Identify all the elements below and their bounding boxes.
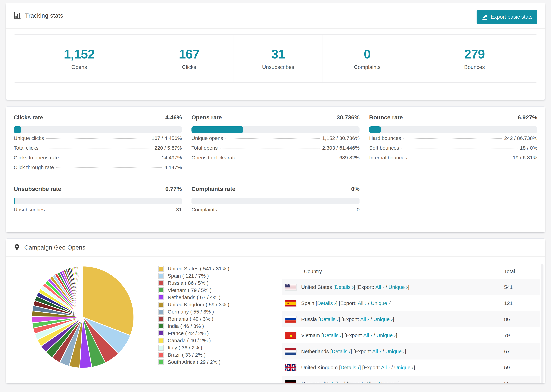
flag-icon-nl bbox=[285, 348, 296, 355]
legend-item-india[interactable]: India ( 46 / 3% ) bbox=[158, 322, 229, 330]
progress-bar bbox=[191, 126, 360, 133]
country-name: Germany bbox=[301, 381, 322, 383]
export-unique-link[interactable]: Unique › bbox=[371, 300, 390, 306]
export-unique-link[interactable]: Unique › bbox=[389, 284, 408, 290]
legend-item-canada[interactable]: Canada ( 40 / 2% ) bbox=[158, 337, 229, 344]
country-name: Spain bbox=[301, 300, 314, 306]
export-icon bbox=[481, 14, 488, 20]
export-all-link[interactable]: All › bbox=[360, 316, 369, 322]
export-all-link[interactable]: All › bbox=[366, 381, 374, 383]
rate-head: Clicks rate 4.46% bbox=[14, 114, 182, 121]
legend-item-romania[interactable]: Romania ( 49 / 3% ) bbox=[158, 315, 229, 322]
legend-color-swatch bbox=[158, 338, 164, 343]
dotted-leader bbox=[219, 210, 354, 210]
legend-label: United Kingdom ( 59 / 3% ) bbox=[168, 302, 229, 308]
legend-item-brazil[interactable]: Brazil ( 33 / 2% ) bbox=[158, 351, 229, 358]
rate-title: Unsubscribe rate bbox=[14, 186, 61, 192]
details-link[interactable]: Details › bbox=[332, 349, 350, 354]
stat-label: Opens bbox=[71, 64, 87, 70]
country-cell: Vietnam [Details ›] [Export: All › / Uni… bbox=[301, 332, 397, 338]
tracking-stats-header: Tracking stats Export basic stats bbox=[6, 3, 545, 28]
flag-icon-gb bbox=[285, 364, 296, 371]
legend-label: Vietnam ( 79 / 5% ) bbox=[168, 287, 212, 293]
export-unique-link[interactable]: Unique › bbox=[385, 349, 405, 354]
legend-color-swatch bbox=[158, 309, 164, 315]
export-all-link[interactable]: All › bbox=[363, 332, 372, 338]
rate-row-label: Clicks to opens rate bbox=[14, 155, 59, 161]
export-unique-link[interactable]: Unique › bbox=[376, 332, 396, 338]
country-name: Russia bbox=[301, 316, 317, 322]
rate-block-unsubscribe-rate: Unsubscribe rate 0.77% Unsubscribes 31 bbox=[14, 186, 182, 217]
legend-item-germany[interactable]: Germany ( 55 / 3% ) bbox=[158, 308, 229, 315]
legend-item-south-africa[interactable]: South Africa ( 29 / 2% ) bbox=[158, 358, 229, 366]
progress-bar-fill bbox=[14, 198, 15, 204]
legend-label: Romania ( 49 / 3% ) bbox=[168, 316, 213, 322]
bar-chart-icon bbox=[14, 12, 21, 19]
legend-item-united-kingdom[interactable]: United Kingdom ( 59 / 3% ) bbox=[158, 301, 229, 308]
details-link[interactable]: Details › bbox=[317, 300, 336, 306]
details-link[interactable]: Details › bbox=[325, 381, 344, 383]
export-unique-link[interactable]: Unique › bbox=[379, 381, 398, 383]
legend-item-united-states[interactable]: United States ( 541 / 31% ) bbox=[158, 265, 229, 272]
export-basic-stats-button[interactable]: Export basic stats bbox=[477, 10, 537, 24]
export-unique-link[interactable]: Unique › bbox=[373, 316, 393, 322]
pie-slice-other bbox=[83, 266, 83, 317]
export-unique-link[interactable]: Unique › bbox=[394, 365, 414, 370]
rate-row-value: 14.497% bbox=[162, 155, 182, 161]
export-all-link[interactable]: All › bbox=[358, 300, 367, 306]
details-link[interactable]: Details › bbox=[320, 316, 339, 322]
total-cell: 79 bbox=[504, 332, 510, 338]
details-link[interactable]: Details › bbox=[335, 284, 354, 290]
legend-item-italy[interactable]: Italy ( 36 / 2% ) bbox=[158, 344, 229, 351]
legend-color-swatch bbox=[158, 330, 164, 336]
legend-item-russia[interactable]: Russia ( 86 / 5% ) bbox=[158, 280, 229, 287]
geo-table-rows: United States [Details ›] [Export: All ›… bbox=[282, 279, 540, 383]
progress-bar-fill bbox=[191, 126, 243, 133]
country-cell: Netherlands [Details ›] [Export: All › /… bbox=[301, 349, 406, 354]
rate-value: 30.736% bbox=[337, 114, 360, 121]
rate-rows: Unsubscribes 31 bbox=[14, 207, 182, 217]
country-cell: Russia [Details ›] [Export: All › / Uniq… bbox=[301, 316, 394, 322]
stat-label: Clicks bbox=[182, 64, 196, 70]
legend-color-swatch bbox=[158, 273, 164, 279]
country-cell: United Kingdom [Details ›] [Export: All … bbox=[301, 365, 415, 371]
legend-item-netherlands[interactable]: Netherlands ( 67 / 4% ) bbox=[158, 294, 229, 301]
rate-rows: Complaints 0 bbox=[191, 207, 360, 217]
dotted-leader bbox=[402, 148, 517, 148]
dotted-leader bbox=[41, 148, 152, 148]
rate-row-label: Unique clicks bbox=[14, 135, 44, 141]
page-title: Tracking stats bbox=[25, 12, 63, 19]
table-scrollbar[interactable] bbox=[541, 264, 544, 383]
rate-row-value: 31 bbox=[176, 207, 182, 213]
total-cell: 541 bbox=[504, 284, 513, 290]
rate-row: Unique opens 1,152 / 30.736% bbox=[191, 135, 360, 145]
rate-row: Unique clicks 167 / 4.456% bbox=[14, 135, 182, 145]
details-link[interactable]: Details › bbox=[340, 365, 359, 370]
details-link[interactable]: Details › bbox=[323, 332, 342, 338]
legend-item-vietnam[interactable]: Vietnam ( 79 / 5% ) bbox=[158, 287, 229, 294]
legend-item-spain[interactable]: Spain ( 121 / 7% ) bbox=[158, 272, 229, 280]
flag-icon-es bbox=[285, 300, 296, 307]
progress-bar bbox=[191, 198, 360, 204]
table-row-gb: United Kingdom [Details ›] [Export: All … bbox=[282, 359, 540, 376]
rate-title: Clicks rate bbox=[14, 114, 43, 121]
rate-value: 4.46% bbox=[165, 114, 182, 121]
stat-value: 279 bbox=[464, 47, 485, 61]
rate-title: Bounce rate bbox=[369, 114, 403, 121]
legend-label: Spain ( 121 / 7% ) bbox=[168, 273, 209, 279]
dotted-leader bbox=[410, 158, 510, 158]
dotted-leader bbox=[220, 148, 320, 148]
country-cell: Germany [Details ›] [Export: All › / Uni… bbox=[301, 381, 400, 383]
legend-label: United States ( 541 / 31% ) bbox=[168, 266, 229, 272]
stat-cell-unsubscribes: 31Unsubscribes bbox=[234, 35, 323, 83]
rate-row-label: Complaints bbox=[191, 207, 217, 213]
legend-label: Italy ( 36 / 2% ) bbox=[168, 345, 202, 351]
export-all-link[interactable]: All › bbox=[381, 365, 390, 370]
legend-item-france[interactable]: France ( 42 / 2% ) bbox=[158, 330, 229, 337]
table-row-es: Spain [Details ›] [Export: All › / Uniqu… bbox=[282, 295, 540, 311]
total-cell: 121 bbox=[504, 300, 513, 306]
export-all-link[interactable]: All › bbox=[375, 284, 384, 290]
stat-label: Unsubscribes bbox=[262, 64, 294, 70]
table-row-us: United States [Details ›] [Export: All ›… bbox=[282, 279, 540, 295]
export-all-link[interactable]: All › bbox=[372, 349, 381, 354]
